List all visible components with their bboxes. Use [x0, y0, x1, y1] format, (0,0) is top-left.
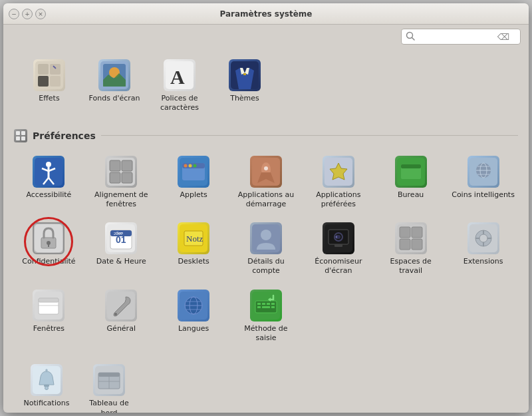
search-input[interactable] — [418, 32, 497, 41]
icon-fonds[interactable]: Fonds d'écran — [84, 54, 144, 118]
icon-methode[interactable]: Méthode de saisie — [231, 284, 301, 349]
preferences-divider — [101, 135, 518, 136]
clear-search-button[interactable]: ⌫ — [497, 32, 509, 42]
desklets-label: Desklets — [178, 257, 209, 266]
svg-rect-5 — [38, 76, 49, 87]
svg-rect-6 — [50, 76, 61, 87]
alignement-icon-img — [105, 156, 137, 188]
accessibilite-icon-img — [33, 156, 65, 188]
accessibilite-label: Accessibilité — [26, 190, 71, 200]
icon-themes[interactable]: Thèmes — [215, 54, 275, 118]
preferences-grid: Accessibilité Alignement de fenêtres — [14, 150, 518, 349]
search-icon — [406, 31, 415, 43]
effets-label: Effets — [39, 94, 59, 103]
details-icon-img — [250, 222, 282, 254]
content-area: Effets Fonds d'écran — [3, 49, 529, 413]
fenetres-icon-img — [33, 290, 65, 321]
svg-rect-16 — [21, 131, 25, 135]
icon-bureau[interactable]: Bureau — [376, 150, 446, 215]
svg-point-79 — [479, 234, 487, 242]
svg-rect-4 — [50, 64, 61, 75]
icon-details[interactable]: Détails du compte — [231, 217, 301, 282]
icon-accessibilite[interactable]: Accessibilité — [14, 150, 84, 215]
icon-alignement[interactable]: Alignement de fenêtres — [86, 150, 156, 215]
icon-notifications[interactable]: Notifications — [17, 359, 76, 413]
icon-fenetres[interactable]: Fenêtres — [14, 284, 84, 349]
icon-polices[interactable]: A Polices de caractères — [150, 54, 209, 118]
icon-applets[interactable]: Applets — [159, 150, 229, 215]
svg-rect-73 — [400, 227, 410, 238]
icon-date[interactable]: 2007 Sam 01 Date & Heure — [86, 217, 156, 282]
icon-applications-pref[interactable]: Applications préférées — [303, 150, 373, 215]
svg-rect-98 — [257, 303, 261, 305]
effets-icon-img — [33, 59, 65, 91]
economiseur-label: Économiseur d'écran — [306, 257, 370, 276]
svg-point-36 — [194, 164, 197, 167]
svg-text:01: 01 — [116, 234, 126, 245]
icon-economiseur[interactable]: Économiseur d'écran — [303, 217, 373, 282]
svg-rect-100 — [267, 303, 270, 305]
icon-general[interactable]: Général — [86, 284, 156, 349]
icon-confidentialite[interactable]: Confidentialité — [14, 217, 84, 282]
svg-rect-29 — [110, 172, 120, 183]
applets-label: Applets — [180, 190, 207, 200]
general-icon-img — [105, 290, 137, 321]
langues-label: Langues — [178, 324, 209, 333]
methode-label: Méthode de saisie — [234, 324, 299, 343]
search-box[interactable]: ⌫ — [401, 29, 521, 45]
tableau-icon-img — [93, 364, 125, 396]
bureau-icon-img — [395, 156, 427, 188]
applications-demarrage-label: Applications au démarrage — [234, 190, 299, 210]
svg-rect-102 — [257, 306, 261, 308]
titlebar: − + × Paramètres système — [3, 3, 529, 25]
svg-point-20 — [46, 162, 51, 167]
themes-label: Thèmes — [230, 94, 259, 103]
polices-label: Polices de caractères — [152, 94, 207, 113]
icon-applications-demarrage[interactable]: Applications au démarrage — [231, 150, 301, 215]
icon-langues[interactable]: Langues — [159, 284, 229, 349]
appearances-section: Effets Fonds d'écran — [14, 54, 518, 118]
svg-rect-15 — [16, 131, 20, 135]
icon-effets[interactable]: Effets — [19, 54, 79, 118]
svg-point-108 — [45, 387, 49, 390]
icon-tableau[interactable]: Tableau de bord — [79, 359, 139, 413]
icon-espaces[interactable]: Espaces de travail — [376, 217, 446, 282]
svg-rect-101 — [271, 303, 275, 305]
svg-line-1 — [412, 37, 415, 40]
date-label: Date & Heure — [96, 257, 146, 266]
svg-rect-88 — [107, 292, 135, 319]
svg-rect-70 — [334, 244, 342, 247]
svg-rect-27 — [110, 160, 120, 171]
extensions-icon-img — [467, 222, 499, 254]
svg-rect-30 — [122, 172, 132, 183]
applications-pref-label: Applications préférées — [306, 190, 370, 210]
svg-rect-86 — [39, 298, 59, 302]
fenetres-label: Fenêtres — [33, 324, 65, 333]
svg-point-66 — [261, 230, 271, 240]
date-icon-img: 2007 Sam 01 — [105, 222, 137, 254]
svg-rect-74 — [412, 227, 422, 238]
icon-desklets[interactable]: Notz Desklets — [159, 217, 229, 282]
icon-coins[interactable]: Coins intelligents — [448, 150, 518, 215]
svg-rect-75 — [400, 239, 410, 250]
svg-point-89 — [114, 313, 117, 315]
notifications-icon-img — [31, 364, 63, 396]
window-controls[interactable]: − + × — [9, 9, 46, 19]
svg-rect-45 — [401, 164, 421, 168]
icon-extensions[interactable]: Extensions — [448, 217, 518, 282]
svg-rect-28 — [122, 160, 132, 171]
desklets-icon-img: Notz — [178, 222, 209, 254]
minimize-button[interactable]: − — [9, 9, 19, 19]
economiseur-icon-img — [323, 222, 354, 254]
svg-rect-104 — [271, 306, 275, 308]
svg-point-34 — [184, 164, 188, 167]
details-label: Détails du compte — [234, 257, 299, 276]
confidentialite-label: Confidentialité — [22, 257, 75, 266]
themes-icon-img — [229, 59, 261, 91]
preferences-section-icon — [14, 129, 27, 142]
maximize-button[interactable]: + — [22, 9, 33, 19]
bureau-label: Bureau — [398, 190, 424, 200]
close-button[interactable]: × — [35, 9, 46, 19]
svg-text:Notz: Notz — [186, 234, 203, 244]
general-label: Général — [107, 324, 136, 333]
